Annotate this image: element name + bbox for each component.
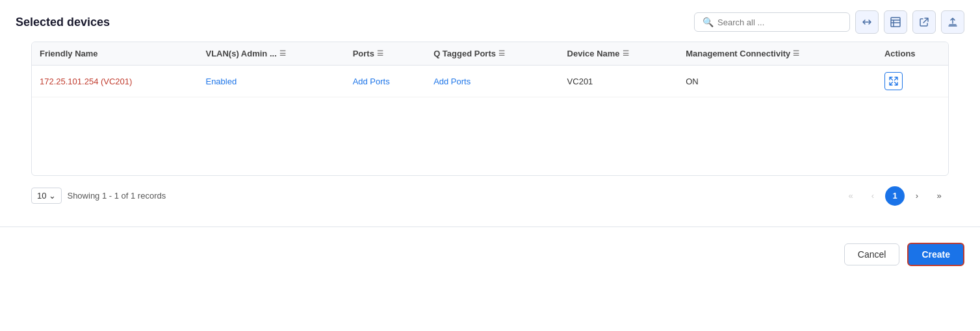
svg-rect-0 <box>891 18 900 27</box>
cell-q-tagged-ports: Add Ports <box>426 66 559 97</box>
upload-button[interactable] <box>941 10 964 34</box>
col-management-connectivity: Management Connectivity ☰ <box>678 42 877 66</box>
cell-actions <box>877 66 948 97</box>
vlans-filter-icon[interactable]: ☰ <box>279 49 286 58</box>
col-q-tagged-ports: Q Tagged Ports ☰ <box>426 42 559 66</box>
table-row: 172.25.101.254 (VC201) Enabled Add Ports… <box>32 66 948 97</box>
first-page-button[interactable]: « <box>841 186 860 206</box>
header-controls: 🔍 <box>694 10 964 34</box>
table-layout-icon <box>890 17 901 27</box>
q-tagged-filter-icon[interactable]: ☰ <box>498 49 505 58</box>
empty-table-space <box>32 97 948 175</box>
cell-vlans-admin: Enabled <box>198 66 344 97</box>
cancel-button[interactable]: Cancel <box>844 243 900 265</box>
col-vlans-admin: VLAN(s) Admin ... ☰ <box>198 42 344 66</box>
expand-row-icon <box>889 77 898 86</box>
cell-friendly-name: 172.25.101.254 (VC201) <box>32 66 198 97</box>
create-button[interactable]: Create <box>907 243 964 266</box>
table-layout-button[interactable] <box>884 10 907 34</box>
page-1-button[interactable]: 1 <box>885 186 905 206</box>
external-link-button[interactable] <box>912 10 936 34</box>
device-name-filter-icon[interactable]: ☰ <box>623 49 629 58</box>
search-input[interactable] <box>717 18 842 27</box>
next-page-button[interactable]: › <box>907 186 927 206</box>
records-count: Showing 1 - 1 of 1 records <box>67 191 166 201</box>
pagination-right: « ‹ 1 › » <box>841 186 949 206</box>
external-link-icon <box>919 17 929 27</box>
footer-row: Cancel Create <box>0 232 980 276</box>
col-ports: Ports ☰ <box>345 42 426 66</box>
footer-divider <box>0 227 980 227</box>
row-expand-button[interactable] <box>884 72 903 90</box>
cell-device-name: VC201 <box>560 66 678 97</box>
devices-table: Friendly Name VLAN(s) Admin ... ☰ Ports <box>32 42 948 175</box>
ports-filter-icon[interactable]: ☰ <box>377 49 383 58</box>
table-header-row: Friendly Name VLAN(s) Admin ... ☰ Ports <box>32 42 948 66</box>
col-friendly-name: Friendly Name <box>32 42 198 66</box>
cell-management-connectivity: ON <box>678 66 877 97</box>
expand-width-button[interactable] <box>855 10 879 34</box>
col-device-name: Device Name ☰ <box>560 42 678 66</box>
search-icon: 🔍 <box>703 17 714 27</box>
search-box[interactable]: 🔍 <box>694 12 850 32</box>
chevron-down-icon: ⌄ <box>49 191 56 201</box>
expand-width-icon <box>862 17 872 27</box>
col-actions: Actions <box>877 42 948 66</box>
upload-icon <box>948 17 958 27</box>
pagination-row: 10 ⌄ Showing 1 - 1 of 1 records « ‹ 1 › … <box>16 178 964 214</box>
per-page-select[interactable]: 10 ⌄ <box>31 188 62 204</box>
prev-page-button[interactable]: ‹ <box>863 186 883 206</box>
main-table-container: Friendly Name VLAN(s) Admin ... ☰ Ports <box>31 42 949 176</box>
last-page-button[interactable]: » <box>929 186 949 206</box>
mgmt-filter-icon[interactable]: ☰ <box>793 49 799 58</box>
page-title: Selected devices <box>16 16 110 29</box>
pagination-left: 10 ⌄ Showing 1 - 1 of 1 records <box>31 188 166 204</box>
cell-ports: Add Ports <box>345 66 426 97</box>
